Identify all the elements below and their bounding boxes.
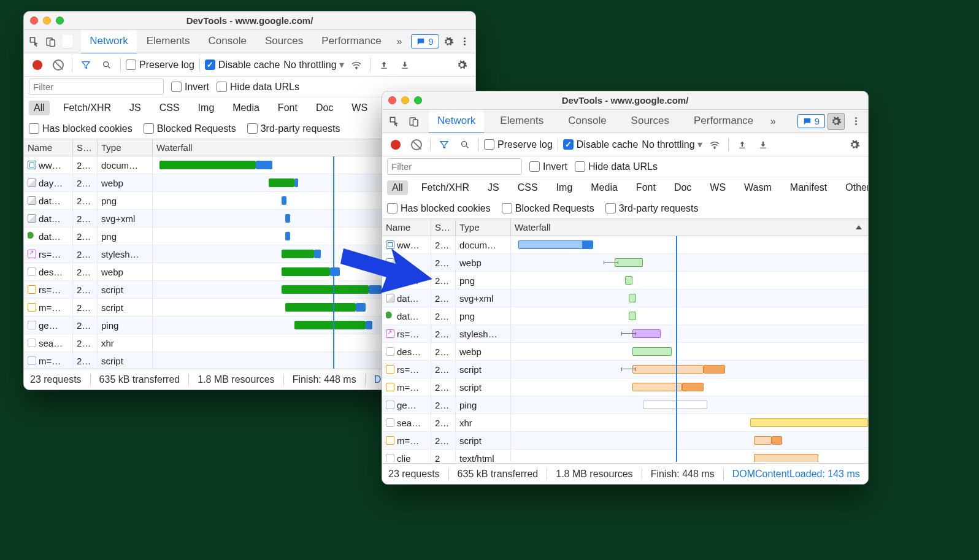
pill-font[interactable]: Font xyxy=(273,101,302,115)
more-menu-icon[interactable] xyxy=(458,33,472,50)
feedback-button[interactable]: 9 xyxy=(797,114,825,128)
settings-icon[interactable] xyxy=(827,113,845,130)
pill-js[interactable]: JS xyxy=(125,101,146,115)
blocked-requests-checkbox[interactable]: Blocked Requests xyxy=(144,123,236,134)
pill-ws[interactable]: WS xyxy=(347,101,372,115)
table-row[interactable]: clie 2 text/html xyxy=(382,450,868,462)
invert-checkbox[interactable]: Invert xyxy=(171,82,209,93)
inspect-icon[interactable] xyxy=(28,33,42,50)
tab-sources[interactable]: Sources xyxy=(623,110,678,133)
table-row[interactable]: m=… 2… script xyxy=(382,378,868,396)
filter-input[interactable] xyxy=(29,79,164,95)
pill-wasm[interactable]: Wasm xyxy=(739,180,777,195)
table-row[interactable]: . 2… webp xyxy=(382,254,868,272)
tab-console[interactable]: Console xyxy=(559,110,615,133)
settings-icon[interactable] xyxy=(442,33,456,50)
network-conditions-icon[interactable] xyxy=(706,136,723,153)
tab-network[interactable]: Network xyxy=(429,110,484,134)
table-row[interactable]: sea… 2… xhr xyxy=(382,414,868,432)
record-button[interactable] xyxy=(29,56,46,74)
pill-img[interactable]: Img xyxy=(551,180,578,195)
tab-performance[interactable]: Performance xyxy=(313,30,390,53)
search-icon[interactable] xyxy=(98,56,115,74)
table-row[interactable]: m=… 2… script xyxy=(382,432,868,450)
disable-cache-checkbox[interactable]: Disable cache xyxy=(563,139,639,150)
pill-css[interactable]: CSS xyxy=(155,101,185,115)
pill-fetch[interactable]: Fetch/XHR xyxy=(417,180,474,195)
table-row[interactable]: ge… 2… ping xyxy=(382,396,868,414)
third-party-checkbox[interactable]: 3rd-party requests xyxy=(605,203,699,214)
more-tabs-icon[interactable]: » xyxy=(764,113,781,130)
preserve-log-checkbox[interactable]: Preserve log xyxy=(484,139,553,150)
more-menu-icon[interactable] xyxy=(847,113,864,130)
header-status[interactable]: S… xyxy=(73,139,98,156)
clear-button[interactable] xyxy=(50,56,67,74)
filter-input[interactable] xyxy=(387,158,522,175)
record-button[interactable] xyxy=(387,136,404,153)
cell-status: 2… xyxy=(73,228,98,245)
table-row[interactable]: dat… 2… png xyxy=(382,272,868,290)
pill-manifest[interactable]: Manifest xyxy=(785,180,832,195)
pill-media[interactable]: Media xyxy=(586,180,623,195)
pill-js[interactable]: JS xyxy=(483,180,504,195)
blocked-requests-checkbox[interactable]: Blocked Requests xyxy=(502,203,594,214)
header-name[interactable]: Name xyxy=(24,139,73,156)
hide-data-urls-checkbox[interactable]: Hide data URLs xyxy=(217,82,299,93)
pill-media[interactable]: Media xyxy=(228,101,264,115)
pill-ws[interactable]: WS xyxy=(705,180,731,195)
more-tabs-icon[interactable]: » xyxy=(393,33,407,50)
header-waterfall[interactable]: Waterfall xyxy=(511,219,868,236)
device-toggle-icon[interactable] xyxy=(405,113,423,130)
table-row[interactable]: rs=… 2… stylesh… xyxy=(382,325,868,343)
table-row[interactable]: dat… 2… svg+xml xyxy=(382,290,868,307)
upload-har-icon[interactable] xyxy=(734,136,751,153)
tab-elements[interactable]: Elements xyxy=(138,30,199,53)
pill-font[interactable]: Font xyxy=(631,180,661,195)
table-row[interactable]: ww… 2… docum… xyxy=(382,236,868,254)
pill-other[interactable]: Other xyxy=(840,180,869,195)
upload-har-icon[interactable] xyxy=(375,56,393,74)
table-row[interactable]: des… 2… webp xyxy=(382,343,868,361)
cell-name: sea… xyxy=(39,338,63,348)
pill-doc[interactable]: Doc xyxy=(311,101,338,115)
network-conditions-icon[interactable] xyxy=(348,56,365,74)
pill-fetch[interactable]: Fetch/XHR xyxy=(58,101,116,115)
feedback-button[interactable]: 9 xyxy=(411,34,439,48)
header-type[interactable]: Type xyxy=(98,139,153,156)
device-toggle-icon[interactable] xyxy=(44,33,58,50)
devtools-window-right[interactable]: DevTools - www.google.com/ Network Eleme… xyxy=(382,91,869,485)
tab-performance[interactable]: Performance xyxy=(685,110,762,133)
cell-type: png xyxy=(98,228,153,245)
third-party-checkbox[interactable]: 3rd-party requests xyxy=(247,123,340,134)
pill-css[interactable]: CSS xyxy=(513,180,543,195)
disable-cache-checkbox[interactable]: Disable cache xyxy=(205,59,280,71)
preserve-log-checkbox[interactable]: Preserve log xyxy=(126,59,194,71)
inspect-icon[interactable] xyxy=(386,113,403,130)
panel-settings-icon[interactable] xyxy=(846,136,863,153)
throttling-select[interactable]: No throttling▾ xyxy=(642,139,702,150)
throttling-select[interactable]: No throttling▾ xyxy=(283,59,344,71)
tab-sources[interactable]: Sources xyxy=(256,30,312,53)
pill-all[interactable]: All xyxy=(29,101,50,115)
filter-icon[interactable] xyxy=(77,56,94,74)
invert-checkbox[interactable]: Invert xyxy=(529,161,567,172)
header-type[interactable]: Type xyxy=(456,219,511,236)
search-icon[interactable] xyxy=(456,136,474,153)
download-har-icon[interactable] xyxy=(754,136,772,153)
panel-settings-icon[interactable] xyxy=(453,56,470,74)
blocked-cookies-checkbox[interactable]: Has blocked cookies xyxy=(387,203,491,214)
pill-img[interactable]: Img xyxy=(193,101,220,115)
filter-icon[interactable] xyxy=(436,136,453,153)
hide-data-urls-checkbox[interactable]: Hide data URLs xyxy=(575,161,658,172)
cell-type: png xyxy=(456,307,511,324)
blocked-cookies-checkbox[interactable]: Has blocked cookies xyxy=(29,123,132,134)
pill-doc[interactable]: Doc xyxy=(669,180,696,195)
table-row[interactable]: dat… 2… png xyxy=(382,307,868,325)
download-har-icon[interactable] xyxy=(396,56,413,74)
table-row[interactable]: rs=… 2… script xyxy=(382,361,868,378)
pill-all[interactable]: All xyxy=(387,180,408,195)
tab-console[interactable]: Console xyxy=(200,30,255,53)
tab-network[interactable]: Network xyxy=(81,30,136,54)
tab-elements[interactable]: Elements xyxy=(491,110,552,133)
clear-button[interactable] xyxy=(408,136,425,153)
